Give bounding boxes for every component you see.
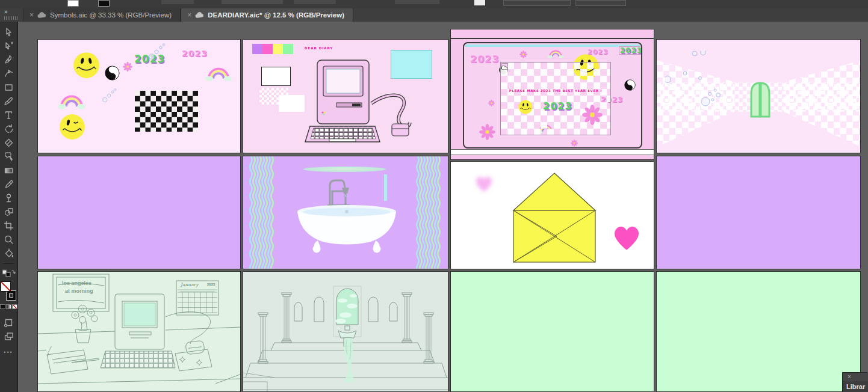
curvature-tool[interactable] xyxy=(1,68,16,79)
palette-swatch-purple xyxy=(252,44,262,54)
artboard-temple-scene[interactable] xyxy=(243,271,448,392)
drawing-modes-button[interactable] xyxy=(1,317,16,328)
dear-diary-title: DEAR DIARY xyxy=(305,46,333,50)
winking-smiley-face xyxy=(59,114,85,140)
puppet-warp-tool[interactable] xyxy=(1,192,16,203)
shaper-tool[interactable] xyxy=(1,151,16,162)
artboard-lavender-blank-2[interactable] xyxy=(656,156,861,269)
yin-yang-icon xyxy=(105,66,120,81)
tools-panel: ••• xyxy=(0,22,18,392)
artboard-envelope[interactable] xyxy=(450,161,654,269)
swap-fill-stroke[interactable] xyxy=(1,269,16,277)
paintbrush-tool[interactable] xyxy=(1,96,16,106)
flower-sticker xyxy=(582,105,603,125)
close-panel-icon[interactable]: × xyxy=(848,373,851,380)
pink-2023-text: 2023 xyxy=(182,49,208,58)
close-tab-icon[interactable]: × xyxy=(187,11,191,19)
artboard-tool[interactable] xyxy=(1,220,16,231)
wish-dialog-window[interactable]: × PLEASE MAKE 2023 THE BEST YEAR EVER ! … xyxy=(500,62,611,135)
control-panel-strip xyxy=(0,0,868,8)
selection-tool[interactable] xyxy=(1,26,16,37)
collapse-chevrons-icon[interactable]: » xyxy=(4,8,7,15)
artboard-desk-scene[interactable]: los angeles at morning January 2023 xyxy=(37,271,241,392)
retro-computer-illustration xyxy=(300,57,418,148)
dialog-close-box[interactable]: × xyxy=(501,63,508,70)
color-mode-buttons xyxy=(0,304,17,309)
live-paint-bucket-tool[interactable] xyxy=(1,248,16,259)
green-2023-dialog: 2023 xyxy=(543,102,572,111)
bubbles-cluster xyxy=(102,88,117,103)
swatch-fragment xyxy=(474,0,485,5)
flower-sticker xyxy=(519,51,527,58)
tab-label: DEARDIARY.aic* @ 12.5 % (RGB/Preview) xyxy=(208,11,344,19)
color-button[interactable] xyxy=(0,304,5,309)
rainbow-sticker xyxy=(547,49,565,58)
type-tool[interactable] xyxy=(1,109,16,120)
close-tab-icon[interactable]: × xyxy=(29,11,34,19)
field-fragment xyxy=(503,0,571,6)
rotate-tool[interactable] xyxy=(1,123,16,134)
eraser-tool[interactable] xyxy=(1,137,16,148)
eyedropper-tool[interactable] xyxy=(1,179,16,189)
stroke-swatch[interactable] xyxy=(7,291,16,300)
cloud-document-icon xyxy=(195,11,204,19)
rainbow-sticker xyxy=(205,65,232,82)
artboard-dear-diary[interactable]: DEAR DIARY xyxy=(243,39,448,153)
gradient-button[interactable] xyxy=(6,304,11,309)
button-fragment xyxy=(222,0,283,4)
artboard-bathtub[interactable] xyxy=(243,156,448,269)
artboard-checker-hall[interactable] xyxy=(656,39,861,153)
poster-text-line2: at morning xyxy=(65,288,93,294)
fill-proxy-fragment xyxy=(67,0,79,7)
bubbles-cluster xyxy=(696,85,724,112)
fill-swatch-none[interactable] xyxy=(1,281,11,292)
pen-tool[interactable] xyxy=(1,54,16,65)
wavy-border-right xyxy=(416,156,442,269)
artboard-best-year[interactable]: 2023 2023 2023 2023 × PLEASE MAKE 2023 T… xyxy=(450,29,654,160)
flower-sticker xyxy=(123,62,132,72)
palette-swatch-green xyxy=(283,44,293,54)
toolbar-grip[interactable] xyxy=(4,16,19,20)
none-button[interactable] xyxy=(12,304,17,309)
ruled-line xyxy=(451,155,654,155)
shape-builder-tool[interactable] xyxy=(1,206,16,217)
tab-label: Symbols.aic @ 33.33 % (RGB/Preview) xyxy=(50,11,172,19)
white-strip xyxy=(451,150,654,155)
more-tools-button[interactable]: ••• xyxy=(4,349,13,355)
calendar-year: 2023 xyxy=(207,283,215,286)
ceiling-light-ellipse xyxy=(303,167,386,172)
bubbles-cluster xyxy=(148,43,166,61)
libraries-panel[interactable]: × Librar xyxy=(843,373,868,392)
artboard-mint-blank-2[interactable] xyxy=(656,271,861,392)
rectangle-tool[interactable] xyxy=(1,82,16,93)
zoom-tool[interactable] xyxy=(1,234,16,245)
tab-symbols-document[interactable]: × Symbols.aic @ 33.33 % (RGB/Preview) xyxy=(23,8,181,22)
white-window-rectangle xyxy=(261,67,291,86)
palette-swatch-yellow xyxy=(273,44,283,54)
button-fragment xyxy=(395,0,439,4)
tab-deardiary-document[interactable]: × DEARDIARY.aic* @ 12.5 % (RGB/Preview) xyxy=(181,8,353,22)
cyan-top-bar xyxy=(465,44,640,47)
artboard-symbols-sheet[interactable]: 2023 2023 xyxy=(37,39,241,153)
gradient-tool[interactable] xyxy=(1,165,16,176)
pink-2023-left: 2023 xyxy=(470,55,500,64)
flower-sticker xyxy=(488,100,495,106)
artboard-mint-blank[interactable] xyxy=(450,271,654,392)
flower-sticker xyxy=(571,139,578,147)
fill-stroke-indicator[interactable] xyxy=(1,281,16,301)
green-double-door xyxy=(750,81,770,118)
ruled-line xyxy=(451,38,654,39)
poster-text-line1: los angeles xyxy=(62,280,91,286)
blurred-heart xyxy=(474,173,494,194)
checkerboard-swatch xyxy=(135,91,198,132)
screen-mode-button[interactable] xyxy=(1,331,16,341)
direct-selection-tool[interactable] xyxy=(1,40,16,51)
toolbar-divider xyxy=(3,263,14,264)
canvas-pasteboard[interactable]: 2023 2023 DEAR DIARY xyxy=(18,22,868,392)
monitor-frame: 2023 2023 2023 2023 × PLEASE MAKE 2023 T… xyxy=(463,42,642,149)
yin-yang-icon xyxy=(624,79,636,91)
artboard-lavender-blank[interactable] xyxy=(37,156,241,269)
wavy-border-left xyxy=(249,156,276,269)
stroke-proxy-fragment xyxy=(98,0,110,7)
button-fragment xyxy=(161,0,194,4)
